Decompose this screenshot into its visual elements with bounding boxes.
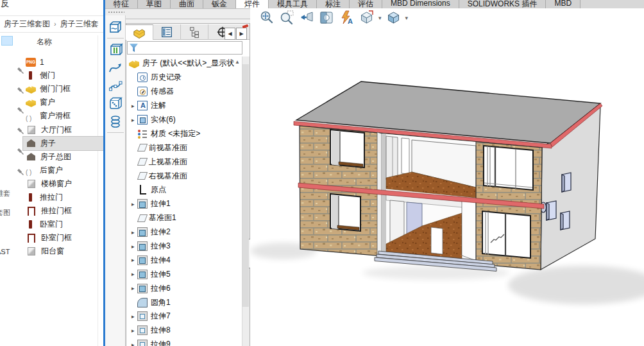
expander-arrow-icon[interactable]: ▸ — [131, 117, 137, 123]
dice-icon[interactable] — [107, 95, 124, 112]
featuremanager-tree-tab[interactable] — [126, 24, 153, 40]
nav-item-partial[interactable]: 维套 — [0, 189, 10, 198]
breadcrumb[interactable]: 房子三维套图 › 房子三维套 — [4, 17, 103, 30]
file-row[interactable]: 窗户滑框 — [23, 109, 103, 123]
house-front-wall — [298, 126, 544, 270]
ribbon-tab[interactable]: 焊件 — [236, 0, 269, 8]
sash-part-icon — [26, 166, 36, 175]
ribbon-tab[interactable]: MBD — [546, 0, 580, 8]
cut-extrude-icon — [137, 340, 148, 346]
configuration-manager-tab[interactable] — [181, 24, 208, 40]
feature-tree-item[interactable]: ▸ 拉伸6 — [126, 281, 242, 295]
expander-arrow-icon[interactable]: ▸ — [131, 229, 137, 236]
file-row[interactable]: 阳台窗 — [23, 245, 103, 258]
tab-scroll-left-button[interactable]: ◀ — [225, 28, 235, 40]
feature-tree-item[interactable]: ▸ 拉伸8 — [126, 324, 242, 338]
expander-arrow-icon[interactable]: ▸ — [131, 243, 137, 250]
feature-tree-item[interactable]: ▸ 拉伸1 — [126, 197, 242, 211]
part-icon — [26, 98, 36, 107]
feature-tree-item[interactable]: ▸ 拉伸3 — [126, 239, 242, 254]
ribbon-tab[interactable]: 标注 — [317, 0, 350, 8]
expander-arrow-icon[interactable]: ▸ — [131, 313, 137, 320]
file-row[interactable]: 侧门门框 — [23, 82, 103, 96]
misc-part-icon — [28, 126, 35, 134]
file-row[interactable]: 卧室门 — [23, 218, 103, 231]
file-row[interactable]: 大厅门框 — [23, 123, 103, 136]
file-name: 1 — [40, 58, 44, 67]
expander-arrow-icon[interactable]: ▸ — [131, 201, 137, 207]
file-row[interactable]: 楼梯窗户 — [23, 177, 103, 191]
ribbon-tab[interactable]: 特征 — [105, 0, 138, 8]
nav-item-partial[interactable]: AST — [0, 248, 10, 255]
expander-arrow-icon[interactable]: ▸ — [131, 285, 137, 291]
ribbon-tab[interactable]: SOLIDWORKS 插件 — [459, 0, 547, 8]
boss-extrude-icon — [137, 227, 148, 237]
file-row[interactable]: 房子总图 — [23, 150, 103, 164]
file-row[interactable]: 1 — [23, 55, 103, 69]
breadcrumb-item[interactable]: 房子三维套 — [60, 19, 99, 30]
feature-tree-item[interactable]: ▸ 上视基准面 — [126, 155, 242, 169]
feature-tree-item[interactable]: ▸ 实体(6) — [126, 113, 242, 127]
column-header-name[interactable]: 名称 — [37, 37, 52, 48]
ribbon-tab[interactable]: 评估 — [350, 0, 382, 8]
feature-label: 基准面1 — [149, 212, 176, 223]
file-row[interactable]: 推拉门 — [23, 191, 103, 204]
feature-tree-item[interactable]: ▸ 拉伸9 — [126, 338, 242, 346]
expander-arrow-icon[interactable]: ▸ — [131, 257, 137, 263]
feature-tree-item[interactable]: ▸ 传感器 — [126, 85, 242, 99]
ribbon-tab[interactable]: MBD Dimensions — [382, 0, 459, 8]
spline-icon[interactable] — [107, 77, 124, 94]
feature-tree-item[interactable]: ▸ 基准面1 — [126, 211, 242, 225]
file-row[interactable]: 卧室门框 — [23, 231, 103, 245]
breadcrumb-item[interactable]: 房子三维套图 — [4, 19, 50, 30]
tab-scroll-right-button[interactable]: ▶ — [236, 28, 247, 40]
file-row[interactable]: 后窗户 — [23, 164, 103, 177]
expander-arrow-icon[interactable]: ▸ — [131, 103, 137, 109]
feature-tree-item[interactable]: ▸ 拉伸5 — [126, 267, 242, 281]
feature-tree-item[interactable]: ▸ 历史记录 — [126, 71, 242, 85]
file-name: 推拉门框 — [41, 205, 72, 216]
feature-tree-item[interactable]: ▸ 注解 — [126, 99, 242, 113]
file-name: 窗户滑框 — [40, 110, 71, 121]
property-manager-tab[interactable] — [153, 24, 181, 40]
feature-tree-item[interactable]: ▸ 圆角1 — [126, 295, 242, 309]
feature-tree-item[interactable]: ▸ 原点 — [126, 183, 242, 197]
feature-tree-item[interactable]: ▸ 拉伸7 — [126, 309, 242, 324]
tree-scrollbar-thumb[interactable] — [242, 64, 249, 307]
ribbon-tab[interactable]: 模具工具 — [269, 0, 317, 8]
house-3d-model[interactable] — [250, 15, 644, 346]
feature-tree-item[interactable]: ▸ 右视基准面 — [126, 169, 242, 183]
frame-part-icon — [28, 234, 35, 243]
tree-scroll-up-icon[interactable]: ▲ — [235, 59, 240, 65]
curve-icon[interactable] — [107, 59, 124, 76]
expander-arrow-icon[interactable]: ▸ — [131, 271, 137, 277]
feature-tree-item[interactable]: ▸ 前视基准面 — [126, 141, 242, 155]
window-upper-right — [484, 146, 533, 190]
feature-tree-root[interactable]: ▸ 房子 (默认<<默认>_显示状 — [126, 56, 242, 71]
feature-tree-item[interactable]: ▸ 材质 <未指定> — [126, 126, 242, 141]
feature-tree-item[interactable]: ▸ 拉伸4 — [126, 253, 242, 267]
nav-selected-item[interactable] — [1, 36, 13, 46]
file-row[interactable]: 窗户 — [23, 96, 103, 109]
file-name: 窗户 — [40, 97, 55, 108]
window-upper-left — [330, 130, 364, 168]
ribbon-tab[interactable]: 草图 — [138, 0, 171, 8]
feature-label: 注解 — [151, 100, 166, 111]
file-row[interactable]: 房子 — [23, 137, 103, 150]
feature-tree-item[interactable]: ▸ 拉伸2 — [126, 225, 242, 239]
ribbon-tab[interactable]: 钣金 — [203, 0, 236, 8]
spring-icon[interactable] — [107, 113, 124, 130]
ribbon-tab[interactable]: 曲面 — [171, 0, 203, 8]
nav-item-partial[interactable]: 套图 — [0, 208, 10, 218]
expander-arrow-icon[interactable]: ▸ — [131, 342, 137, 346]
bodies-icon — [137, 115, 148, 125]
file-row[interactable]: 侧门 — [23, 69, 103, 82]
expander-arrow-icon[interactable]: ▸ — [131, 327, 137, 334]
feature-tree-filter-field[interactable] — [127, 41, 242, 55]
file-row[interactable]: 推拉门框 — [23, 204, 103, 218]
door-part-icon — [29, 71, 32, 80]
boss-extrude-icon — [137, 199, 148, 209]
feature-label: 传感器 — [151, 86, 174, 97]
scene-box-icon[interactable] — [107, 19, 124, 35]
body-bars-icon[interactable] — [107, 41, 124, 58]
